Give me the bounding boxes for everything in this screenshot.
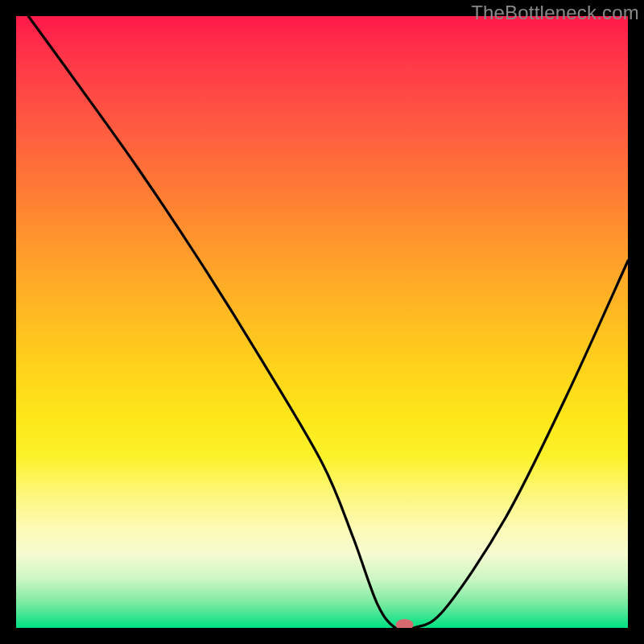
- chart-frame: TheBottleneck.com: [0, 0, 644, 644]
- curve-layer: [16, 16, 628, 628]
- optimal-marker: [396, 619, 414, 628]
- bottleneck-curve: [28, 16, 628, 628]
- watermark-text: TheBottleneck.com: [471, 2, 639, 24]
- plot-area: [16, 16, 628, 628]
